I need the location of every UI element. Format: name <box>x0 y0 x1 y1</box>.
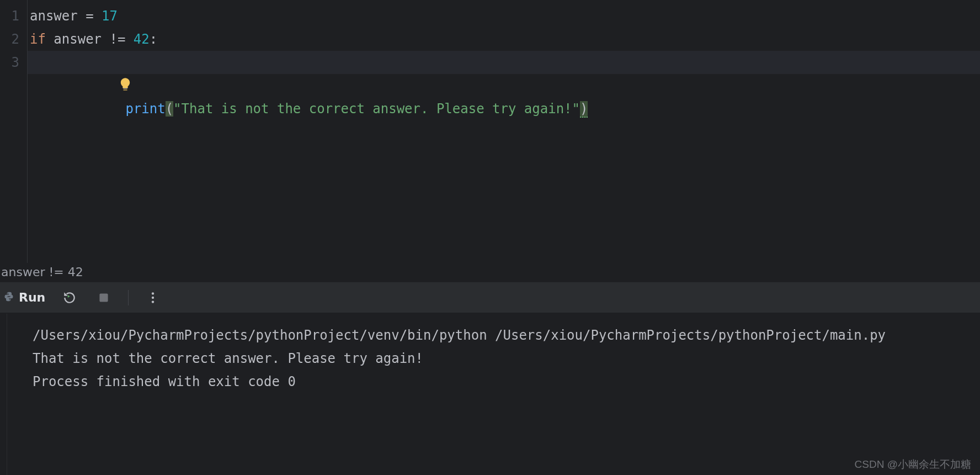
console-line: Process finished with exit code 0 <box>33 370 980 393</box>
code-line[interactable]: if answer != 42: <box>28 28 980 51</box>
run-label: Run <box>19 291 45 304</box>
console-output[interactable]: /Users/xiou/PycharmProjects/pythonProjec… <box>7 314 980 475</box>
code-line[interactable]: answer = 17 <box>28 4 980 28</box>
line-number: 1 <box>0 4 27 28</box>
more-icon[interactable] <box>143 288 163 308</box>
svg-point-2 <box>152 292 154 294</box>
svg-rect-1 <box>100 293 108 302</box>
watermark: CSDN @小幽余生不加糖 <box>855 457 971 472</box>
code-line-active[interactable]: print("That is not the correct answer. P… <box>28 51 980 74</box>
run-toolbar: Run <box>0 282 980 314</box>
line-number: 3 <box>0 51 27 74</box>
python-icon <box>3 291 14 304</box>
line-gutter: 1 2 3 <box>0 0 28 263</box>
rerun-button[interactable] <box>60 288 79 308</box>
stop-button[interactable] <box>94 288 114 308</box>
code-area[interactable]: answer = 17 if answer != 42: print("That… <box>28 0 980 263</box>
code-editor[interactable]: 1 2 3 answer = 17 if answer != 42: print… <box>0 0 980 263</box>
svg-rect-0 <box>123 88 127 88</box>
console-line: That is not the correct answer. Please t… <box>33 347 980 370</box>
lightbulb-icon[interactable] <box>38 53 133 123</box>
separator <box>128 290 129 305</box>
svg-point-3 <box>152 296 154 298</box>
console-line: /Users/xiou/PycharmProjects/pythonProjec… <box>33 324 980 347</box>
svg-point-4 <box>152 300 154 303</box>
line-number: 2 <box>0 28 27 51</box>
breadcrumb[interactable]: answer != 42 <box>0 263 980 282</box>
